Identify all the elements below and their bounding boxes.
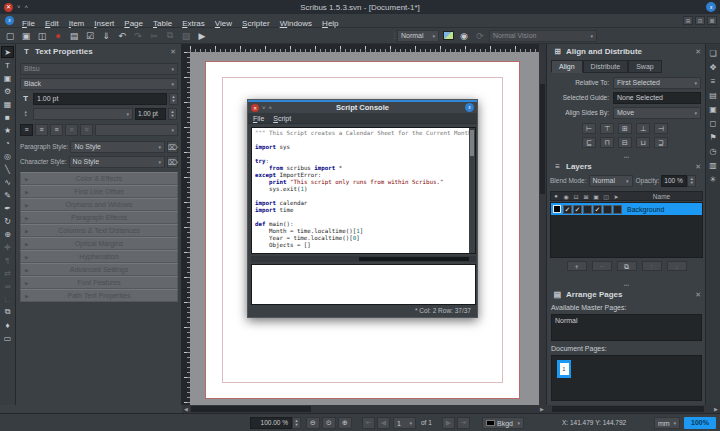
tool-rotate-item[interactable]: ↻ [1, 215, 14, 227]
tool-copy-item-properties[interactable]: ⧉ [1, 306, 14, 318]
menu-help[interactable]: Help [317, 19, 343, 28]
script-console-titlebar[interactable]: ✕ ˅ ˄ Script Console s [248, 100, 477, 113]
new-document-button[interactable]: ▢ [3, 29, 17, 42]
align-centers-button[interactable]: ⊟ [618, 137, 632, 148]
script-editor-horizontal-scrollbar[interactable] [251, 256, 476, 262]
first-page-icon[interactable]: ⇤ [362, 417, 375, 429]
image-quality-icon[interactable] [441, 29, 455, 42]
section-advanced-settings[interactable]: ▶Advanced Settings [20, 263, 178, 276]
zoom-in-icon[interactable]: ⊕ [338, 417, 352, 429]
relative-to-combo[interactable]: First Selected▾ [613, 77, 701, 89]
center-on-horizontal-axis-button[interactable]: ⊓ [600, 137, 614, 148]
tool-measurements[interactable]: ∟ [1, 293, 14, 305]
align-distribute-tab-icon[interactable]: ✥ [707, 61, 720, 74]
console-menu-script[interactable]: Script [273, 115, 291, 122]
align-left-sides-button[interactable]: ⊢ [582, 123, 596, 134]
tool-select[interactable]: ➤ [1, 46, 14, 58]
tool-edit-contents[interactable]: ✚ [1, 241, 14, 253]
document-layout-combo[interactable]: Normal▾ [397, 30, 439, 42]
menu-page[interactable]: Page [119, 19, 148, 28]
undo-button[interactable]: ↶ [115, 29, 129, 42]
previous-page-icon[interactable]: ◀ [377, 417, 390, 429]
tool-insert-text-frame[interactable]: T [1, 59, 14, 71]
tool-insert-table[interactable]: ▦ [1, 98, 14, 110]
menu-view[interactable]: View [210, 19, 237, 28]
layers-close-icon[interactable]: ✕ [695, 163, 701, 171]
cut-button[interactable]: ✂ [147, 29, 161, 42]
align-left-button[interactable]: ≡ [20, 124, 33, 136]
zoom-default-icon[interactable]: ⊙ [322, 417, 336, 429]
layers-tab-icon[interactable]: ≡ [707, 75, 720, 88]
print-document-button[interactable]: ▤ [67, 29, 81, 42]
font-size-spinner[interactable]: ▲▼ [169, 93, 178, 105]
section-optical-margins[interactable]: ▶Optical Margins [20, 237, 178, 250]
page-1-thumbnail[interactable]: 1 [557, 360, 571, 378]
arrange-pages-close-icon[interactable]: ✕ [695, 291, 701, 299]
layer-row[interactable]: ✓✓✓ Background [551, 203, 702, 215]
tool-story-editor[interactable]: ¶ [1, 254, 14, 266]
tool-insert-calligraphic-line[interactable]: ✒ [1, 202, 14, 214]
align-center-button[interactable]: ≡ [35, 124, 48, 136]
align-distribute-close-icon[interactable]: ✕ [695, 48, 701, 56]
section-font-features[interactable]: ▶Font Features [20, 276, 178, 289]
tool-zoom[interactable]: ⊕ [1, 228, 14, 240]
layer-checkbox[interactable] [583, 205, 592, 214]
remove-character-style-icon[interactable]: ⌦ [167, 156, 178, 168]
align-right-button[interactable]: ≡ [50, 124, 63, 136]
menu-file[interactable]: File [17, 19, 40, 28]
section-orphans-and-widows[interactable]: ▶Orphans and Widows [20, 198, 178, 211]
next-page-icon[interactable]: ▶ [442, 417, 455, 429]
lower-layer-button[interactable]: ↓ [667, 261, 687, 271]
paste-button[interactable]: ▨ [179, 29, 193, 42]
layer-color-swatch[interactable] [553, 205, 561, 213]
align-bottoms-button[interactable]: ⊥ [636, 123, 650, 134]
tool-pdf-push-button[interactable]: ▭ [1, 332, 14, 344]
section-columns-text-distances[interactable]: ▶Columns & Text Distances [20, 224, 178, 237]
layer-checkbox[interactable]: ✓ [573, 205, 582, 214]
unit-combo[interactable]: mm▾ [654, 417, 680, 429]
section-hyphenation[interactable]: ▶Hyphenation [20, 250, 178, 263]
tool-insert-image-frame[interactable]: ▣ [1, 72, 14, 84]
current-page-combo[interactable]: 1▾ [393, 417, 416, 429]
section-path-text-properties[interactable]: ▶Path Text Properties [20, 289, 178, 302]
tool-unlink-text-frames[interactable]: ⇏ [1, 280, 14, 292]
redo-button[interactable]: ↷ [131, 29, 145, 42]
script-code[interactable]: """ This Script creates a Calendar Sheet… [255, 130, 467, 249]
layer-checkbox[interactable] [603, 205, 612, 214]
tool-link-text-frames[interactable]: ⇄ [1, 267, 14, 279]
align-tops-button[interactable]: ⊤ [600, 123, 614, 134]
duplicate-layer-button[interactable]: ⧉ [617, 261, 637, 271]
line-spacing-spinner[interactable]: ▲▼ [168, 108, 177, 120]
opacity-spinner[interactable]: ▲▼ [687, 175, 696, 187]
align-right-to-left-button[interactable]: ⊒ [654, 137, 668, 148]
preflight-verifier-button[interactable]: ☑ [83, 29, 97, 42]
font-family-combo[interactable]: Bitsu▾ [20, 63, 178, 75]
zoom-level-spinner[interactable]: ▲▼ [292, 417, 301, 429]
script-editor[interactable]: """ This Script creates a Calendar Sheet… [251, 127, 476, 254]
content-properties-tab-icon[interactable]: ▣ [707, 103, 720, 116]
scroll-right-icon[interactable]: ▶ [538, 405, 546, 413]
save-document-button[interactable]: ◫ [35, 29, 49, 42]
export-pdf-button[interactable]: ⇓ [99, 29, 113, 42]
layer-checkbox[interactable]: ✓ [563, 205, 572, 214]
open-document-button[interactable]: ▣ [19, 29, 33, 42]
tool-insert-freehand-line[interactable]: ✎ [1, 189, 14, 201]
align-middles-button[interactable]: ⊔ [636, 137, 650, 148]
align-right-sides-button[interactable]: ⊣ [654, 123, 668, 134]
script-editor-vertical-scrollbar[interactable] [469, 128, 475, 253]
dock-scroll-right-icon[interactable]: ▶ [712, 405, 720, 413]
master-page-item[interactable]: Normal [552, 315, 701, 326]
pages-tab-icon[interactable]: ▤ [707, 89, 720, 102]
remove-layer-button[interactable]: − [592, 261, 612, 271]
last-page-icon[interactable]: ⇥ [457, 417, 470, 429]
tool-insert-bezier-curve[interactable]: ∿ [1, 176, 14, 188]
text-direction-combo[interactable]: ▾ [95, 124, 178, 136]
line-spacing-mode-combo[interactable]: ▾ [33, 108, 133, 120]
line-spacing-field[interactable]: 1.00 pt [135, 108, 166, 120]
menu-item[interactable]: Item [64, 19, 90, 28]
script-output-area[interactable] [251, 264, 476, 305]
canvas-vertical-scrollbar[interactable] [539, 44, 546, 405]
mdi-restore-icon[interactable]: ⊡ [695, 16, 705, 25]
canvas-horizontal-scrollbar[interactable]: ◀ ▶ [182, 405, 546, 413]
zoom-level-field[interactable]: 100.00 % [250, 417, 292, 429]
